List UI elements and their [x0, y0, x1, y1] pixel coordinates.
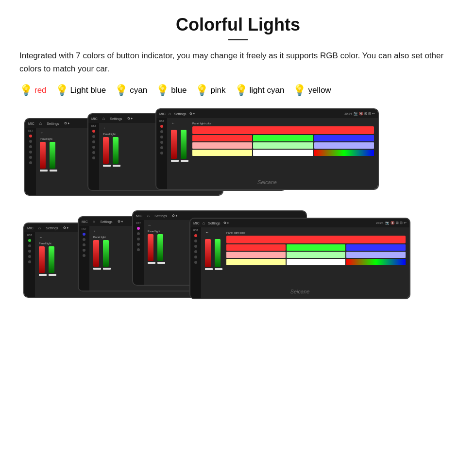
- device1-settings-text: Settings: [47, 122, 59, 125]
- device2-red-slider: [103, 165, 111, 167]
- color-item-red: 💡 red: [19, 84, 47, 97]
- device3-big-red: [192, 126, 374, 134]
- r2s4-dot4: [194, 250, 197, 253]
- sidebar-dot-red: [29, 135, 32, 137]
- device3-header-icons: ✿ ♦: [189, 112, 195, 116]
- device3-home-icon: ⌂: [169, 111, 171, 116]
- r2-cell-rainbow[interactable]: [346, 259, 406, 265]
- cell-lightblue[interactable]: [314, 142, 374, 149]
- r2d3-green-bar: [157, 234, 163, 261]
- r2s1-dot4: [28, 255, 31, 258]
- r2d4-time: 20:24: [376, 222, 383, 224]
- device1-red-bar: [40, 142, 46, 169]
- r2d4-mic: MIC: [193, 222, 200, 225]
- r2d4-slider1: [205, 268, 213, 270]
- r2-cell-white[interactable]: [287, 259, 346, 265]
- sidebar-dot-3: [29, 151, 32, 154]
- device3-green-slider: [181, 160, 188, 162]
- r2d4-slider2: [215, 268, 222, 270]
- device3-mic: MIC: [159, 112, 166, 116]
- r2d3-red-bar: [148, 234, 153, 261]
- r2s2-dot3: [83, 243, 85, 246]
- device2-header-icons: ✿ ♦: [127, 117, 133, 120]
- r2-cell-lightgreen[interactable]: [287, 252, 346, 258]
- device2-panel-label: Panel light: [103, 133, 120, 136]
- r2s2-dot: [83, 233, 85, 236]
- device2-green-slider: [113, 165, 120, 167]
- r2s1-dot3: [28, 250, 31, 253]
- r2s2-dot5: [83, 254, 85, 257]
- r2d4-settings: Settings: [208, 222, 220, 225]
- color-label-lightcyan: light cyan: [250, 86, 285, 95]
- device1-panel-label: Panel light: [40, 137, 57, 140]
- r2d4-right-icons: 📷 🔇 ⊠ ⊟ ↩: [385, 221, 407, 225]
- bulb-lightblue-icon: 💡: [55, 84, 68, 97]
- cell-pink[interactable]: [192, 142, 252, 149]
- r2d4-red-bar: [205, 239, 211, 267]
- cell-yellow[interactable]: [192, 150, 252, 156]
- r2-cell-blue[interactable]: [346, 244, 406, 251]
- color-item-pink: 💡 pink: [195, 84, 225, 97]
- r2d4-home: ⌂: [203, 221, 205, 225]
- r2d2-icons: ✿ ♦: [118, 220, 123, 223]
- device3-color-grid: [192, 135, 374, 156]
- r2d3-icons: ✿ ♦: [172, 214, 178, 218]
- device1-green-slider: [50, 170, 57, 171]
- r2s3-dot: [137, 227, 140, 230]
- r2d1-green-bar: [49, 246, 54, 273]
- r2-cell-green[interactable]: [287, 244, 346, 251]
- cell-green[interactable]: [253, 135, 313, 141]
- r2d2-home: ⌂: [93, 219, 95, 224]
- sidebar2-dot-2: [92, 140, 95, 143]
- cell-rainbow[interactable]: [314, 150, 374, 156]
- color-item-lightcyan: 💡 light cyan: [235, 84, 285, 97]
- cell-blue[interactable]: [314, 135, 374, 141]
- color-label-cyan: cyan: [130, 86, 147, 95]
- r2s3-dot3: [137, 238, 140, 240]
- sidebar2-dot-1: [92, 135, 95, 138]
- bulb-red-icon: 💡: [19, 84, 33, 97]
- sidebar-dot-2: [29, 145, 32, 148]
- r2s2-dot2: [83, 238, 85, 241]
- device1-red-slider: [40, 170, 48, 171]
- r2s1-dot5: [28, 260, 31, 263]
- r2-cell-pink[interactable]: [226, 252, 286, 258]
- r2-cell-lightblue[interactable]: [346, 252, 406, 258]
- bulb-pink-icon: 💡: [195, 84, 208, 97]
- color-label-yellow: yellow: [308, 86, 331, 95]
- device3-red-bar: [171, 130, 177, 159]
- device3-green-bar: [181, 130, 187, 159]
- device1-header-icons: ✿ ♦: [64, 121, 70, 125]
- cell-red[interactable]: [192, 135, 252, 141]
- r2s4-dot: [194, 234, 197, 237]
- r2d2-mic: MIC: [82, 220, 88, 223]
- color-item-lightblue: 💡 Light blue: [55, 84, 106, 97]
- cell-white[interactable]: [253, 150, 313, 156]
- sidebar-dot-5: [29, 161, 32, 164]
- watermark-1: Seicane: [257, 179, 277, 185]
- r2d1-slider2: [49, 274, 56, 276]
- sidebar-dot-1: [29, 140, 32, 143]
- sidebar2-dot-4: [92, 151, 95, 154]
- r2-cell-red[interactable]: [226, 244, 286, 251]
- r2-cell-yellow[interactable]: [226, 259, 286, 265]
- r2d1-home: ⌂: [38, 225, 41, 230]
- title-divider: [228, 39, 248, 40]
- cell-lightgreen[interactable]: [253, 142, 313, 149]
- sidebar-dot-4: [29, 156, 32, 159]
- r2d3-settings: Settings: [154, 214, 167, 218]
- watermark-2: Seicane: [290, 289, 310, 294]
- r2s4-dot6: [194, 261, 197, 264]
- color-label-lightblue: Light blue: [70, 86, 106, 95]
- device3-settings-text: Settings: [174, 112, 186, 116]
- page-title: Colorful Lights: [19, 15, 457, 35]
- description-text: Integrated with 7 colors of button indic…: [19, 49, 457, 75]
- color-label-blue: blue: [171, 86, 187, 95]
- color-item-yellow: 💡 yellow: [293, 84, 331, 97]
- r2s1-dot: [28, 239, 31, 242]
- sidebar3-dot-2: [160, 136, 163, 138]
- bulb-blue-icon: 💡: [156, 84, 169, 97]
- device3-back-arrow: ←: [171, 121, 188, 125]
- color-item-blue: 💡 blue: [156, 84, 187, 97]
- device3-right-icons: 📷 🔇 ⊠ ⊟ ↩: [354, 112, 375, 116]
